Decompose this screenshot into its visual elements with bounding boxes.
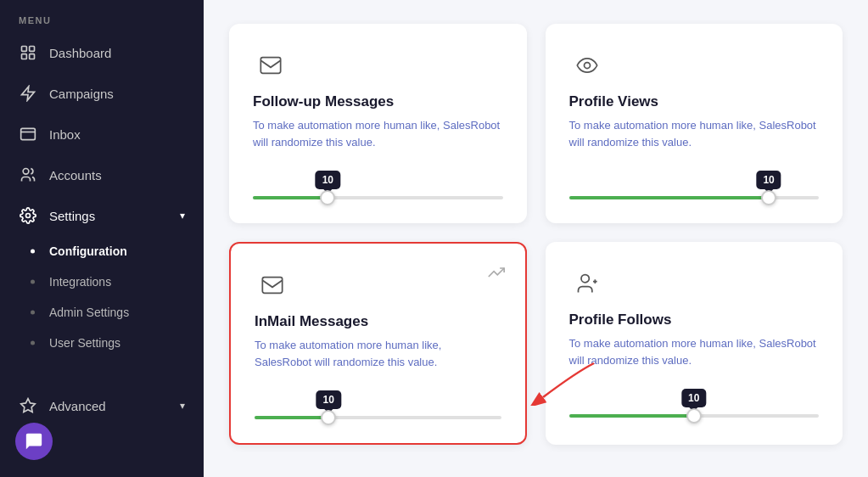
slider-area: 10 bbox=[253, 171, 503, 199]
dashboard-icon bbox=[19, 43, 37, 62]
person-follow-icon bbox=[569, 266, 605, 301]
sidebar-item-label: Campaigns bbox=[49, 87, 114, 101]
sidebar-item-label: Accounts bbox=[49, 168, 102, 182]
settings-icon bbox=[19, 206, 37, 225]
slider-fill bbox=[255, 416, 328, 419]
svg-point-10 bbox=[584, 63, 590, 69]
subitem-label: User Settings bbox=[49, 336, 120, 350]
sidebar-item-label: Inbox bbox=[49, 127, 81, 142]
chat-button[interactable] bbox=[15, 423, 53, 460]
slider-track bbox=[253, 196, 503, 199]
sidebar-subitem-admin-settings[interactable]: Admin Settings bbox=[0, 297, 204, 328]
trending-icon bbox=[488, 264, 505, 285]
slider-fill bbox=[569, 196, 770, 199]
card-title: Profile Views bbox=[569, 93, 820, 110]
svg-point-7 bbox=[26, 214, 31, 218]
campaigns-icon bbox=[19, 84, 37, 103]
sidebar-item-dashboard[interactable]: Dashboard bbox=[0, 32, 204, 73]
slider-thumb[interactable] bbox=[320, 190, 335, 205]
sidebar-item-inbox[interactable]: Inbox bbox=[0, 114, 204, 154]
svg-rect-11 bbox=[262, 278, 282, 294]
slider-thumb[interactable] bbox=[321, 410, 336, 425]
slider-thumb[interactable] bbox=[686, 408, 702, 424]
svg-point-12 bbox=[581, 275, 589, 283]
sidebar-subitem-user-settings[interactable]: User Settings bbox=[0, 328, 204, 358]
svg-rect-3 bbox=[30, 54, 35, 59]
sidebar-subitem-configuration[interactable]: Configuration bbox=[0, 236, 204, 267]
menu-label: MENU bbox=[0, 0, 204, 32]
card-title: Follow-up Messages bbox=[253, 93, 503, 110]
chevron-down-icon: ▾ bbox=[180, 400, 185, 412]
envelope-icon bbox=[255, 267, 290, 303]
card-title: Profile Follows bbox=[569, 311, 820, 328]
slider-thumb[interactable] bbox=[761, 190, 776, 205]
envelope-icon bbox=[253, 48, 288, 83]
svg-marker-8 bbox=[21, 399, 36, 412]
advanced-icon bbox=[19, 396, 37, 415]
slider-track bbox=[569, 414, 820, 418]
subitem-label: Admin Settings bbox=[49, 306, 129, 319]
slider-area: 10 bbox=[255, 390, 501, 419]
slider-track bbox=[255, 416, 501, 419]
svg-rect-2 bbox=[22, 54, 27, 59]
sidebar: MENU Dashboard Campaigns Inbox Accounts … bbox=[0, 0, 204, 477]
main-content: Follow-up Messages To make automation mo… bbox=[204, 0, 868, 477]
card-follow-up-messages: Follow-up Messages To make automation mo… bbox=[229, 24, 527, 223]
slider-tooltip: 10 bbox=[756, 171, 781, 189]
inbox-icon bbox=[19, 125, 37, 143]
slider-tooltip: 10 bbox=[316, 390, 340, 409]
slider-fill bbox=[253, 196, 328, 199]
svg-marker-4 bbox=[22, 87, 35, 101]
accounts-icon bbox=[19, 166, 37, 184]
slider-tooltip: 10 bbox=[681, 389, 706, 407]
subitem-label: Configuration bbox=[49, 244, 127, 258]
card-description: To make automation more human like, Sale… bbox=[253, 117, 503, 150]
slider-tooltip: 10 bbox=[316, 171, 340, 189]
slider-area: 10 bbox=[569, 389, 820, 418]
card-inmail-messages: InMail Messages To make automation more … bbox=[229, 242, 527, 445]
sidebar-item-campaigns[interactable]: Campaigns bbox=[0, 73, 204, 114]
sidebar-item-settings[interactable]: Settings ▾ bbox=[0, 195, 204, 236]
card-title: InMail Messages bbox=[255, 313, 501, 330]
card-description: To make automation more human like, Sale… bbox=[569, 117, 820, 150]
sidebar-item-advanced[interactable]: Advanced ▾ bbox=[0, 385, 204, 426]
slider-area: 10 bbox=[569, 171, 820, 199]
slider-track bbox=[569, 196, 820, 199]
cards-grid: Follow-up Messages To make automation mo… bbox=[229, 24, 843, 445]
sidebar-item-label: Advanced bbox=[49, 399, 106, 413]
svg-rect-0 bbox=[22, 47, 27, 52]
card-profile-follows: Profile Follows To make automation more … bbox=[546, 242, 843, 445]
card-description: To make automation more human like, Sale… bbox=[569, 335, 820, 368]
chevron-down-icon: ▾ bbox=[180, 210, 185, 222]
svg-point-6 bbox=[23, 169, 29, 175]
eye-icon bbox=[569, 48, 605, 83]
sidebar-item-accounts[interactable]: Accounts bbox=[0, 154, 204, 195]
settings-subitems: Configuration Integrations Admin Setting… bbox=[0, 236, 204, 358]
slider-fill bbox=[569, 414, 694, 418]
card-profile-views: Profile Views To make automation more hu… bbox=[546, 24, 843, 223]
sidebar-item-label: Dashboard bbox=[49, 46, 111, 60]
sidebar-item-label: Settings bbox=[49, 209, 95, 223]
svg-rect-9 bbox=[260, 58, 280, 74]
svg-rect-5 bbox=[21, 128, 36, 139]
svg-rect-1 bbox=[30, 47, 35, 52]
sidebar-subitem-integrations[interactable]: Integrations bbox=[0, 267, 204, 297]
subitem-label: Integrations bbox=[49, 275, 111, 289]
card-description: To make automation more human like, Sale… bbox=[255, 337, 501, 370]
